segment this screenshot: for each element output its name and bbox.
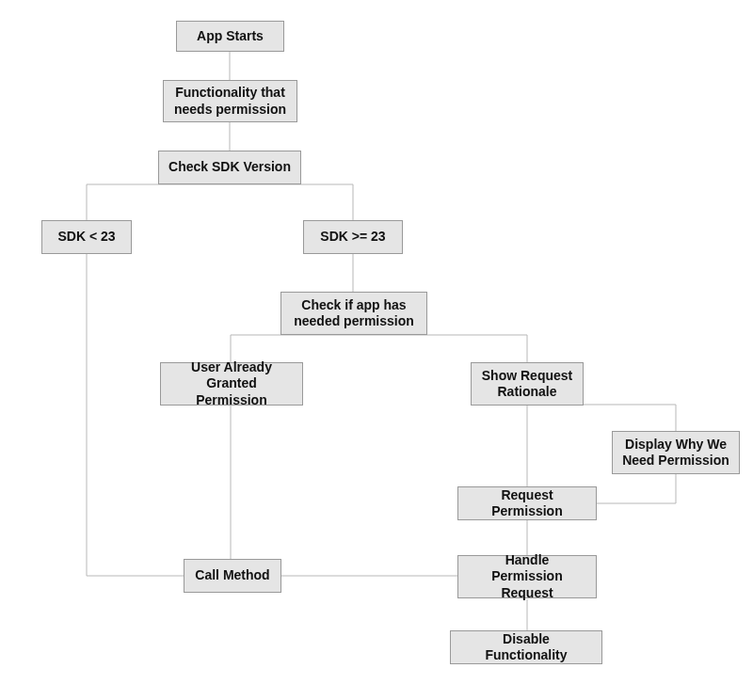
- node-check-app-has: Check if app has needed permission: [280, 292, 427, 335]
- node-functionality-needs: Functionality that needs permission: [163, 80, 297, 122]
- node-sdk-gte: SDK >= 23: [303, 220, 403, 254]
- node-app-starts: App Starts: [176, 21, 284, 52]
- node-sdk-lt: SDK < 23: [41, 220, 132, 254]
- connector-layer: [0, 0, 753, 700]
- node-disable-func: Disable Functionality: [450, 630, 602, 664]
- flowchart-container: App Starts Functionality that needs perm…: [0, 0, 753, 700]
- node-display-why: Display Why We Need Permission: [612, 431, 740, 474]
- node-check-sdk: Check SDK Version: [158, 151, 301, 184]
- node-show-rationale: Show Request Rationale: [471, 362, 584, 406]
- node-call-method: Call Method: [184, 559, 281, 593]
- node-handle-request: Handle Permission Request: [457, 555, 597, 598]
- node-request-permission: Request Permission: [457, 486, 597, 520]
- node-user-already: User Already Granted Permission: [160, 362, 303, 406]
